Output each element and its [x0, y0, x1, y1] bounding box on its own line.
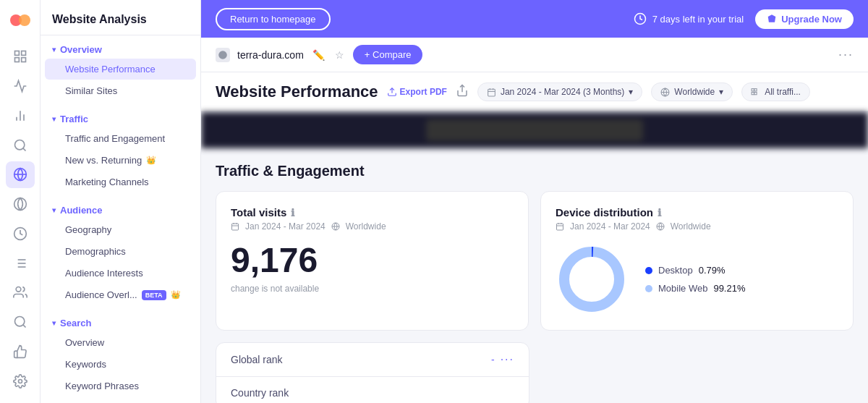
calendar-icon	[556, 222, 564, 231]
svg-rect-2	[14, 51, 19, 56]
rail-globe2-icon[interactable]	[6, 191, 35, 218]
svg-point-1	[19, 14, 30, 26]
rail-list-icon[interactable]	[6, 250, 35, 276]
blurred-banner	[201, 112, 868, 148]
upgrade-now-button[interactable]: Upgrade Now	[755, 9, 854, 29]
sidebar-item-new-returning[interactable]: New vs. Returning 👑	[45, 150, 196, 171]
svg-point-26	[218, 51, 227, 59]
sidebar-item-audience-interests[interactable]: Audience Interests	[45, 263, 196, 284]
sidebar-group-traffic[interactable]: ▾ Traffic	[41, 108, 200, 127]
domain-bar: terra-dura.com ✏️ ☆ + Compare ···	[201, 38, 868, 72]
sidebar-item-keywords[interactable]: Keywords	[45, 354, 196, 375]
device-chart-area: Desktop 0.79% Mobile Web 99.21%	[556, 243, 838, 315]
chevron-down-icon: ▾	[629, 87, 633, 97]
svg-rect-5	[21, 58, 25, 62]
sidebar-group-overview[interactable]: ▾ Overview	[41, 38, 200, 58]
card-header: Total visits ℹ	[231, 206, 514, 219]
svg-point-24	[18, 379, 22, 383]
svg-point-22	[14, 317, 24, 326]
return-to-homepage-button[interactable]: Return to homepage	[216, 8, 331, 30]
favorite-button[interactable]: ☆	[333, 48, 346, 62]
rank-dash: -	[491, 354, 495, 365]
icon-rail	[0, 0, 41, 403]
svg-rect-38	[754, 92, 757, 94]
sidebar-item-keyword-phrases[interactable]: Keyword Phrases	[45, 376, 196, 396]
app-logo	[9, 9, 32, 32]
legend-item-desktop: Desktop 0.79%	[645, 265, 746, 276]
svg-rect-36	[754, 88, 757, 90]
card-title: Total visits ℹ	[231, 206, 294, 219]
export-pdf-button[interactable]: Export PDF	[387, 87, 447, 97]
crown-icon	[767, 14, 777, 24]
sidebar-item-marketing-channels[interactable]: Marketing Channels	[45, 171, 196, 192]
header-share-button[interactable]	[456, 84, 469, 101]
info-icon[interactable]: ℹ	[291, 207, 294, 219]
more-options-button[interactable]: ···	[838, 47, 854, 62]
rail-search2-icon[interactable]	[6, 309, 35, 336]
page-title: Website Performance	[216, 82, 378, 101]
sidebar-item-website-performance[interactable]: Website Performance	[45, 59, 196, 80]
geo-filter[interactable]: Worldwide ▾	[651, 82, 733, 101]
sidebar: Website Analysis ▾ Overview Website Perf…	[41, 0, 201, 403]
sidebar-item-geography[interactable]: Geography	[45, 219, 196, 240]
compare-button[interactable]: + Compare	[353, 45, 423, 64]
rail-bar-icon[interactable]	[6, 103, 35, 130]
sidebar-overview-section: ▾ Overview Website Performance Similar S…	[41, 35, 200, 105]
sidebar-group-audience[interactable]: ▾ Audience	[41, 199, 200, 219]
rail-thumbs-icon[interactable]	[6, 339, 35, 365]
sidebar-item-demographics[interactable]: Demographics	[45, 241, 196, 262]
sidebar-traffic-section: ▾ Traffic Traffic and Engagement New vs.…	[41, 105, 200, 196]
sidebar-item-traffic-engagement[interactable]: Traffic and Engagement	[45, 128, 196, 149]
globe-icon	[656, 222, 665, 231]
sidebar-item-audience-overlap[interactable]: Audience Overl... BETA 👑	[45, 284, 196, 305]
svg-rect-45	[557, 224, 563, 230]
clock-icon	[634, 12, 647, 25]
rail-clock-icon[interactable]	[6, 221, 35, 247]
legend-item-mobile: Mobile Web 99.21%	[645, 283, 746, 294]
cards-area: Traffic & Engagement Total visits ℹ Ja	[201, 148, 868, 403]
rail-search-icon[interactable]	[6, 132, 35, 158]
info-icon[interactable]: ℹ	[658, 207, 661, 219]
cards-row: Total visits ℹ Jan 2024 - Mar 2024 World…	[216, 191, 854, 331]
edit-domain-button[interactable]: ✏️	[311, 48, 326, 62]
rank-cards-row: Global rank - ··· Country rank	[216, 342, 854, 403]
change-text: change is not available	[231, 284, 514, 294]
crown-icon: 👑	[146, 156, 156, 165]
sidebar-group-search[interactable]: ▾ Search	[41, 312, 200, 331]
rail-dashboard-icon[interactable]	[6, 43, 35, 70]
traffic-filter[interactable]: All traffi...	[741, 82, 810, 101]
svg-point-51	[564, 252, 619, 307]
svg-rect-39	[232, 224, 239, 230]
sidebar-item-similar-sites[interactable]: Similar Sites	[45, 80, 196, 101]
svg-rect-29	[488, 89, 495, 96]
global-rank-label: Global rank	[231, 354, 283, 365]
svg-line-23	[22, 325, 25, 328]
svg-rect-37	[752, 92, 754, 94]
date-filter[interactable]: Jan 2024 - Mar 2024 (3 Months) ▾	[477, 82, 642, 101]
chevron-down-icon: ▾	[52, 46, 56, 54]
traffic-icon	[751, 88, 760, 97]
main-content: Return to homepage 7 days left in your t…	[201, 0, 868, 403]
country-rank-row: Country rank	[216, 377, 529, 403]
rail-globe-icon[interactable]	[6, 161, 35, 188]
traffic-section-title: Traffic & Engagement	[216, 163, 854, 179]
content-area: terra-dura.com ✏️ ☆ + Compare ··· Websit…	[201, 38, 868, 403]
svg-point-13	[14, 198, 26, 211]
card-meta: Jan 2024 - Mar 2024 Worldwide	[556, 221, 838, 232]
rank-card: Global rank - ··· Country rank	[216, 342, 529, 403]
rank-spacer	[541, 342, 854, 403]
beta-badge: BETA	[142, 290, 166, 300]
globe-icon	[660, 88, 670, 97]
rail-settings-icon[interactable]	[6, 368, 35, 394]
mobile-dot	[645, 285, 652, 292]
calendar-icon	[231, 222, 239, 231]
globe-icon	[331, 222, 340, 231]
rank-dots: ···	[501, 353, 514, 366]
total-visits-value: 9,176	[231, 243, 514, 278]
domain-favicon	[216, 48, 230, 62]
rail-chart-icon[interactable]	[6, 73, 35, 100]
country-rank-label: Country rank	[231, 387, 289, 399]
sidebar-item-search-overview[interactable]: Overview	[45, 332, 196, 353]
page-header: Website Performance Export PDF Jan 2024 …	[201, 72, 868, 112]
rail-people-icon[interactable]	[6, 279, 35, 306]
